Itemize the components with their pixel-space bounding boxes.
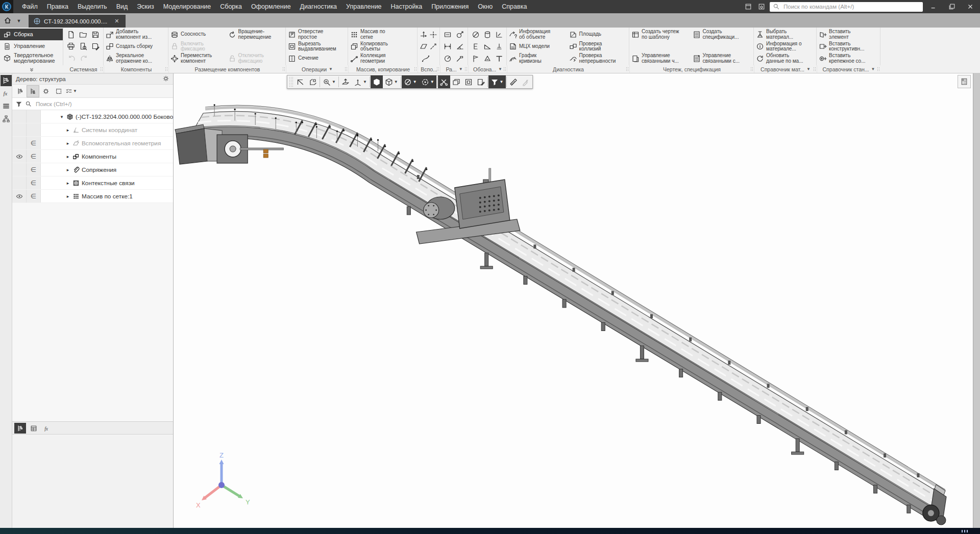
ribbon-section-material-ref[interactable]: Справочник мат...▼ <box>754 65 817 73</box>
tree-composition-button[interactable] <box>14 86 26 97</box>
expand-arrow-icon[interactable]: ▸ <box>65 167 70 172</box>
toolbar-grip[interactable] <box>289 77 293 87</box>
strip-list-panel[interactable] <box>1 100 12 112</box>
expand-arrow-icon[interactable]: ▸ <box>65 128 70 133</box>
drag-grip-icon[interactable] <box>503 67 506 72</box>
grid-array-button[interactable]: Массив по сетке <box>350 29 415 40</box>
insert-fastener-button[interactable]: Вставить крепежное со... <box>818 53 878 64</box>
visibility-cell[interactable] <box>12 150 27 163</box>
material-info-button[interactable]: Информация о материале... <box>755 41 814 53</box>
visibility-cell[interactable] <box>12 110 27 123</box>
menu-Оформление[interactable]: Оформление <box>247 0 296 13</box>
insert-construct-button[interactable]: Вставить конструктивн... <box>818 41 878 53</box>
save-as-button[interactable] <box>89 41 102 53</box>
maximize-icon[interactable] <box>944 0 960 13</box>
strip-tree-panel[interactable] <box>1 75 12 86</box>
create-assembly-button[interactable]: Создать сборку <box>105 41 166 53</box>
tree-row[interactable]: ∈▸Вспомогательная геометрия <box>12 137 173 150</box>
menu-Справка[interactable]: Справка <box>497 0 531 13</box>
visibility-cell[interactable] <box>12 123 27 136</box>
create-spec-button[interactable]: Создать спецификаци... <box>692 29 752 40</box>
redo-button[interactable] <box>78 53 90 64</box>
conveyor-model[interactable] <box>174 73 973 528</box>
save-button[interactable] <box>89 29 102 40</box>
copy-objects-button[interactable]: Копировать объекты <box>350 41 415 53</box>
ribbon-section-dims[interactable]: Ра...▼ <box>440 65 468 73</box>
note-corner-button[interactable] <box>493 29 505 40</box>
shaded-display-button[interactable] <box>371 75 383 88</box>
drag-grip-icon[interactable] <box>414 67 416 72</box>
tree-row[interactable]: ∈▸Контекстные связи <box>12 176 173 190</box>
new-doc-button[interactable] <box>65 29 77 40</box>
open-folder-button[interactable] <box>77 29 89 40</box>
normal-view-button[interactable] <box>295 75 307 88</box>
membership-cell[interactable] <box>27 110 41 123</box>
chevron-down-icon[interactable]: ▼ <box>15 18 22 28</box>
drag-grip-icon[interactable] <box>464 67 467 72</box>
select-material-button[interactable]: Выбрать материал... <box>755 29 814 40</box>
visibility-cell[interactable] <box>12 163 27 176</box>
visibility-cell[interactable] <box>12 176 27 189</box>
tab-close-icon[interactable]: ✕ <box>114 18 119 24</box>
window-layout-icon[interactable] <box>743 2 753 11</box>
drag-grip-icon[interactable] <box>282 67 285 72</box>
visibility-cell[interactable] <box>12 190 27 202</box>
menu-Сборка[interactable]: Сборка <box>215 0 247 13</box>
drag-grip-icon[interactable] <box>100 67 103 72</box>
note-base-button[interactable] <box>493 41 505 53</box>
undo-button[interactable] <box>65 53 78 64</box>
membership-cell[interactable] <box>27 123 41 136</box>
display-options-button[interactable]: ▼ <box>65 86 77 97</box>
hide-hidden-lines-button[interactable]: ▼ <box>402 75 419 88</box>
dim-leader-button[interactable] <box>454 53 466 64</box>
aux-axis-button[interactable] <box>429 41 438 53</box>
tree-row[interactable]: ∈▸Массив по сетке:1 <box>12 190 173 203</box>
linked-drawings-button[interactable]: Управление связанными ч... <box>631 53 691 64</box>
menu-Моделирование[interactable]: Моделирование <box>159 0 216 13</box>
fix-on-button[interactable]: Включить фиксацию <box>170 41 227 53</box>
membership-cell[interactable]: ∈ <box>27 190 41 202</box>
expand-arrow-icon[interactable]: ▸ <box>65 181 70 186</box>
expand-arrow-icon[interactable]: ▾ <box>59 114 64 119</box>
strip-functions-panel[interactable]: fx <box>1 88 12 99</box>
ribbon-section-aux[interactable]: Вспо... <box>418 65 440 73</box>
drag-grip-icon[interactable] <box>436 67 439 72</box>
thin-hidden-lines-button[interactable]: ▼ <box>419 75 436 88</box>
coordinate-axes-button[interactable]: ▼ <box>352 75 369 88</box>
right-scroll-strip[interactable] <box>973 73 980 528</box>
display-mode-button[interactable]: ▼ <box>383 75 400 88</box>
chevron-down-icon[interactable]: ▼ <box>498 67 502 71</box>
coaxial-button[interactable]: Соосность <box>170 29 227 40</box>
measure-button[interactable] <box>507 75 520 88</box>
membership-cell[interactable]: ∈ <box>27 163 41 176</box>
object-info-button[interactable]: Информация об объекте <box>508 29 568 40</box>
print-button[interactable] <box>65 41 77 53</box>
ribbon-section-placement[interactable]: Размещение компонентов <box>168 65 286 73</box>
add-component-button[interactable]: Добавить компонент из... <box>105 29 166 40</box>
drag-grip-icon[interactable] <box>877 67 879 72</box>
mode-management[interactable]: Управление <box>0 40 63 52</box>
chevron-down-icon[interactable]: ▼ <box>459 67 463 71</box>
note-hatch-button[interactable] <box>470 29 481 40</box>
menu-Правка[interactable]: Правка <box>42 0 73 13</box>
dim-linear-button[interactable] <box>442 41 454 53</box>
mass-properties-button[interactable]: МЦХ модели <box>508 41 568 53</box>
area-select-button[interactable] <box>53 86 64 97</box>
window-settings-icon[interactable] <box>756 2 767 11</box>
close-icon[interactable] <box>963 0 978 13</box>
mirror-component-button[interactable]: Зеркальное отражение ко... <box>105 53 166 64</box>
menu-Настройка[interactable]: Настройка <box>386 0 427 13</box>
menu-Файл[interactable]: Файл <box>17 0 42 13</box>
section-op-button[interactable]: Сечение <box>287 53 346 64</box>
dim-frame-button[interactable] <box>442 29 454 40</box>
command-search-input[interactable] <box>782 3 920 10</box>
ribbon-section-standard-ref[interactable]: Справочник стан...▼ <box>817 65 880 73</box>
chevron-down-icon[interactable]: ▼ <box>806 67 811 71</box>
collision-check-button[interactable]: Проверка коллизий <box>569 41 628 53</box>
menu-Приложения[interactable]: Приложения <box>427 0 473 13</box>
membership-cell[interactable]: ∈ <box>27 176 41 189</box>
tree-row[interactable]: ∈▸Сопряжения <box>12 163 173 176</box>
gear-icon[interactable] <box>162 75 169 83</box>
dim-sketch-button[interactable] <box>454 29 466 40</box>
filter-funnel-icon[interactable] <box>15 100 22 108</box>
